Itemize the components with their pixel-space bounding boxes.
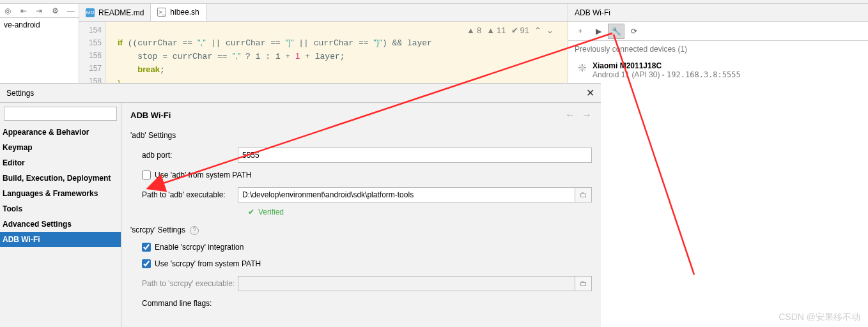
adb-wifi-panel: ADB Wi-Fi ＋ ▶ 🔧 ⟳ Previously connected d… <box>568 4 868 327</box>
run-button[interactable]: ▶ <box>590 24 607 39</box>
adb-section-header: Previously connected devices (1) <box>568 41 868 57</box>
adb-toolbar: ＋ ▶ 🔧 ⟳ <box>568 22 868 41</box>
device-name: Xiaomi M2011J18C <box>593 61 741 70</box>
enable-scrcpy-label: Enable 'scrcpy' integration <box>155 243 244 252</box>
dialog-title: Settings <box>6 89 34 98</box>
scrcpy-settings-heading: 'scrcpy' Settings ? <box>130 225 592 235</box>
adb-port-label: adb port: <box>142 151 238 160</box>
device-ip: 192.168.3.8:5555 <box>667 70 741 79</box>
sidebar-item-keymap[interactable]: Keymap <box>0 140 121 155</box>
browse-folder-icon[interactable]: 🗀 <box>575 187 592 202</box>
device-row[interactable]: Xiaomi M2011J18C Android 11 (API 30) - 1… <box>568 57 868 80</box>
sidebar-item-advanced[interactable]: Advanced Settings <box>0 217 121 232</box>
adb-path-label: Path to 'adb' executable: <box>142 190 238 199</box>
weak-warning-icon: ▲ <box>486 24 495 37</box>
markdown-icon: MD <box>86 8 95 17</box>
scrcpy-path-input <box>238 276 575 291</box>
sidebar-item-editor[interactable]: Editor <box>0 155 121 171</box>
adb-settings-heading: 'adb' Settings <box>130 131 592 140</box>
tab-label: README.md <box>98 8 144 17</box>
tab-label: hibee.sh <box>170 8 199 17</box>
breadcrumb: ADB Wi-Fi <box>130 110 171 120</box>
cmd-flags-label: Command line flags: <box>142 299 238 308</box>
scrcpy-path-label: Path to 'scrcpy' executable: <box>142 279 238 288</box>
verified-status: ✔ Verified <box>130 208 592 217</box>
tab-hibee[interactable]: >_ hibee.sh <box>151 4 206 21</box>
target-icon[interactable]: ◎ <box>1 4 15 17</box>
sidebar-item-languages[interactable]: Languages & Frameworks <box>0 186 121 201</box>
sidebar-item-appearance[interactable]: Appearance & Behavior <box>0 125 121 140</box>
adb-path-input[interactable] <box>238 187 575 202</box>
collapse-icon[interactable]: ⇤ <box>17 4 31 17</box>
check-icon: ✔ <box>248 208 254 217</box>
settings-dialog: Settings ✕ Appearance & Behavior Keymap … <box>0 83 601 327</box>
editor-tabs: MD README.md >_ hibee.sh <box>79 4 568 22</box>
use-adb-path-label: Use 'adb' from system PATH <box>155 171 252 179</box>
minimize-icon[interactable]: — <box>64 4 77 17</box>
expand-icon[interactable]: ⇥ <box>33 4 46 17</box>
settings-sidebar: Appearance & Behavior Keymap Editor Buil… <box>0 103 121 327</box>
sidebar-item-adb-wifi[interactable]: ADB Wi-Fi <box>0 232 121 247</box>
device-api: Android 11 (API 30) <box>593 70 660 79</box>
chevron-down-icon[interactable]: ⌄ <box>546 24 554 37</box>
adb-port-input[interactable] <box>238 148 592 163</box>
refresh-button[interactable]: ⟳ <box>626 24 642 39</box>
shell-icon: >_ <box>157 8 166 17</box>
settings-content: ADB Wi-Fi ← → 'adb' Settings adb port: U… <box>121 103 601 327</box>
problems-indicator[interactable]: ▲8 ▲11 ✔91 ⌃ ⌄ <box>463 24 557 37</box>
warning-icon: ▲ <box>467 24 475 37</box>
device-icon <box>577 63 587 75</box>
nav-back-icon[interactable]: ← <box>565 109 575 121</box>
chevron-up-icon[interactable]: ⌃ <box>534 24 541 37</box>
use-adb-path-checkbox[interactable] <box>142 171 151 179</box>
sidebar-item-build[interactable]: Build, Execution, Deployment <box>0 171 121 186</box>
wrench-settings-button[interactable]: 🔧 <box>608 24 624 39</box>
sidebar-item-tools[interactable]: Tools <box>0 201 121 217</box>
nav-forward-icon[interactable]: → <box>582 109 592 121</box>
use-scrcpy-path-label: Use 'scrcpy' from system PATH <box>155 259 261 268</box>
enable-scrcpy-checkbox[interactable] <box>142 243 151 252</box>
add-device-button[interactable]: ＋ <box>572 24 589 39</box>
use-scrcpy-path-checkbox[interactable] <box>142 259 151 268</box>
adb-panel-title: ADB Wi-Fi <box>568 4 868 22</box>
project-tree-item[interactable]: ve-android <box>0 18 79 32</box>
help-icon[interactable]: ? <box>190 226 199 235</box>
close-icon[interactable]: ✕ <box>586 87 594 99</box>
gear-icon[interactable]: ⚙ <box>49 4 62 17</box>
browse-folder-icon: 🗀 <box>575 276 592 291</box>
tab-readme[interactable]: MD README.md <box>79 4 151 21</box>
settings-search-input[interactable] <box>4 107 117 121</box>
check-icon: ✔ <box>511 24 518 37</box>
